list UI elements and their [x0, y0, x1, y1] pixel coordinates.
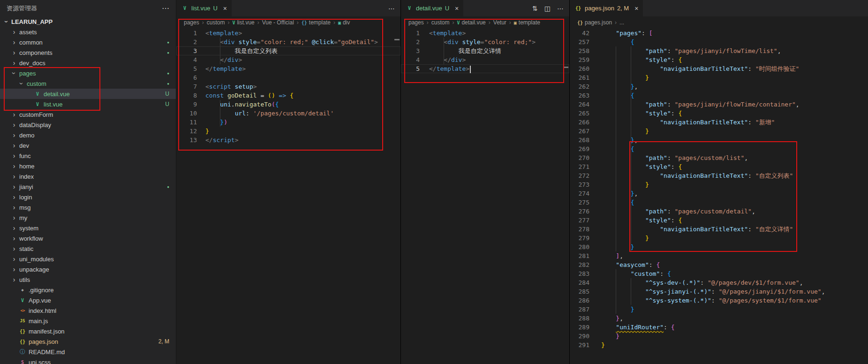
tree-folder-demo[interactable]: ›demo: [0, 130, 176, 140]
code-line-276[interactable]: 276 "path": "pages/custom/detail",: [570, 207, 868, 216]
code-line-291[interactable]: 291}: [570, 341, 868, 349]
code-line-7[interactable]: 7<script setup>: [176, 82, 400, 91]
tree-folder-jianyi[interactable]: ›jianyi●: [0, 182, 176, 192]
tree-root-folder[interactable]: › LEARUN_APP: [0, 16, 176, 27]
breadcrumb-item-custom[interactable]: custom: [207, 19, 225, 26]
code-line-279[interactable]: 279 }: [570, 234, 868, 243]
code-line-3[interactable]: 3 我是自定义详情: [401, 46, 569, 55]
tree-file-list.vue[interactable]: Vlist.vueU: [0, 99, 176, 109]
tree-folder-dev_docs[interactable]: ›dev_docs: [0, 58, 176, 68]
tree-folder-static[interactable]: ›static: [0, 243, 176, 254]
more-icon[interactable]: ⋯: [557, 5, 564, 12]
tree-folder-dev[interactable]: ›dev: [0, 140, 176, 151]
tree-folder-login[interactable]: ›login: [0, 192, 176, 202]
code-line-261[interactable]: 261 }: [570, 73, 868, 82]
code-line-282[interactable]: 282 "easycom": {: [570, 260, 868, 269]
code-line-281[interactable]: 281 ],: [570, 251, 868, 260]
tree-folder-utils[interactable]: ›utils: [0, 274, 176, 285]
tree-folder-index[interactable]: ›index: [0, 171, 176, 182]
breadcrumb-item-Vetur[interactable]: Vetur: [493, 19, 506, 26]
tree-folder-home[interactable]: ›home: [0, 161, 176, 171]
code-area[interactable]: 1<template>2 <div style="color: red;">3 …: [401, 29, 569, 364]
tree-folder-workflow[interactable]: ›workflow: [0, 233, 176, 243]
breadcrumb-item-pages[interactable]: pages: [184, 19, 199, 26]
code-line-262[interactable]: 262 },: [570, 82, 868, 91]
tree-file-main.js[interactable]: JSmain.js: [0, 316, 176, 326]
code-line-287[interactable]: 287 }: [570, 305, 868, 314]
breadcrumb-item-detail.vue[interactable]: Vdetail.vue: [457, 19, 485, 26]
tree-folder-common[interactable]: ›common●: [0, 37, 176, 47]
code-line-284[interactable]: 284 "^sys-dev-(.*)": "@/pages/dev/$1/for…: [570, 278, 868, 287]
breadcrumb-item-template[interactable]: ▣template: [514, 19, 540, 26]
code-line-285[interactable]: 285 "^sys-jianyi-(.*)": "@/pages/jianyi/…: [570, 287, 868, 296]
code-line-265[interactable]: 265 "style": {: [570, 109, 868, 118]
tree-folder-components[interactable]: ›components●: [0, 47, 176, 58]
tree-folder-msg[interactable]: ›msg: [0, 202, 176, 212]
code-line-5[interactable]: 5</template>: [401, 64, 569, 73]
code-line-257[interactable]: 257 {: [570, 38, 868, 46]
close-icon[interactable]: ×: [455, 5, 459, 12]
code-line-269[interactable]: 269 {: [570, 144, 868, 153]
code-line-270[interactable]: 270 "path": "pages/custom/list",: [570, 153, 868, 162]
code-line-10[interactable]: 10 url: '/pages/custom/detail': [176, 109, 400, 118]
code-line-277[interactable]: 277 "style": {: [570, 216, 868, 225]
code-line-11[interactable]: 11 }): [176, 118, 400, 127]
code-line-275[interactable]: 275 {: [570, 198, 868, 207]
code-line-290[interactable]: 290 }: [570, 332, 868, 341]
code-line-258[interactable]: 258 "path": "pages/jianyi/flowTime/list"…: [570, 46, 868, 55]
code-line-9[interactable]: 9 uni.navigateTo({: [176, 100, 400, 109]
close-icon[interactable]: ×: [223, 5, 227, 12]
code-line-4[interactable]: 4 </div>: [176, 55, 400, 64]
tab-pages.json[interactable]: {}pages.json2, M×: [570, 0, 643, 16]
code-line-13[interactable]: 13</script>: [176, 136, 400, 144]
code-line-271[interactable]: 271 "style": {: [570, 162, 868, 171]
breadcrumb-item-list.vue[interactable]: Vlist.vue: [232, 19, 254, 26]
code-line-278[interactable]: 278 "navigationBarTitleText": "自定义详情": [570, 225, 868, 234]
breadcrumb-item-custom[interactable]: custom: [431, 19, 450, 26]
code-line-260[interactable]: 260 "navigationBarTitleText": "时间组件验证": [570, 64, 868, 73]
code-area[interactable]: 42 "pages": [257 {258 "path": "pages/jia…: [570, 29, 868, 364]
code-line-267[interactable]: 267 }: [570, 127, 868, 136]
tree-folder-unpackage[interactable]: ›unpackage: [0, 264, 176, 274]
tree-file-uni.scss[interactable]: Suni.scss: [0, 357, 176, 364]
code-line-263[interactable]: 263 {: [570, 91, 868, 100]
code-line-280[interactable]: 280 }: [570, 243, 868, 251]
more-actions-icon[interactable]: ⋯: [162, 4, 169, 13]
code-line-8[interactable]: 8const goDetail = () => {: [176, 91, 400, 100]
close-icon[interactable]: ×: [634, 5, 638, 12]
tree-folder-customForm[interactable]: ›customForm: [0, 109, 176, 120]
more-icon[interactable]: ⋯: [388, 5, 395, 12]
code-line-259[interactable]: 259 "style": {: [570, 55, 868, 64]
breadcrumb-item-template[interactable]: {}template: [302, 19, 331, 26]
breadcrumb-item-Vue - Official[interactable]: Vue - Official: [262, 19, 294, 26]
tree-folder-pages[interactable]: ›pages●: [0, 68, 176, 78]
code-line-42[interactable]: 42 "pages": [: [570, 29, 868, 38]
tree-file-manifest.json[interactable]: {}manifest.json: [0, 326, 176, 336]
code-area[interactable]: 1<template>2 <div style="color: red;" @c…: [176, 29, 400, 364]
code-line-289[interactable]: 289 "uniIdRouter": {: [570, 323, 868, 332]
breadcrumb-item-pages[interactable]: pages: [408, 19, 424, 26]
code-line-283[interactable]: 283 "custom": {: [570, 269, 868, 278]
breadcrumb-item-...[interactable]: ...: [619, 19, 624, 26]
code-line-4[interactable]: 4 </div>: [401, 55, 569, 64]
split-icon[interactable]: ◫: [544, 5, 551, 12]
tree-folder-uni_modules[interactable]: ›uni_modules: [0, 254, 176, 264]
code-line-5[interactable]: 5</template>: [176, 64, 400, 73]
tree-file-detail.vue[interactable]: Vdetail.vueU: [0, 89, 176, 99]
breadcrumb-item-div[interactable]: ▣div: [338, 19, 350, 26]
code-line-272[interactable]: 272 "navigationBarTitleText": "自定义列表": [570, 171, 868, 180]
tree-file-README.md[interactable]: ⓘREADME.md: [0, 347, 176, 357]
tree-folder-assets[interactable]: ›assets: [0, 27, 176, 37]
tab-detail.vue[interactable]: Vdetail.vueU×: [401, 0, 463, 16]
code-line-266[interactable]: 266 "navigationBarTitleText": "新增": [570, 118, 868, 127]
code-line-1[interactable]: 1<template>: [176, 29, 400, 38]
tree-folder-my[interactable]: ›my: [0, 212, 176, 223]
tree-file-index.html[interactable]: <>index.html: [0, 305, 176, 316]
code-line-2[interactable]: 2 <div style="color: red;">: [401, 38, 569, 46]
tree-file-.gitignore[interactable]: ◆.gitignore: [0, 285, 176, 295]
tree-folder-system[interactable]: ›system: [0, 223, 176, 233]
code-line-1[interactable]: 1<template>: [401, 29, 569, 38]
tree-file-App.vue[interactable]: VApp.vue: [0, 295, 176, 305]
tree-file-pages.json[interactable]: {}pages.json2, M: [0, 336, 176, 347]
code-line-6[interactable]: 6: [176, 73, 400, 82]
